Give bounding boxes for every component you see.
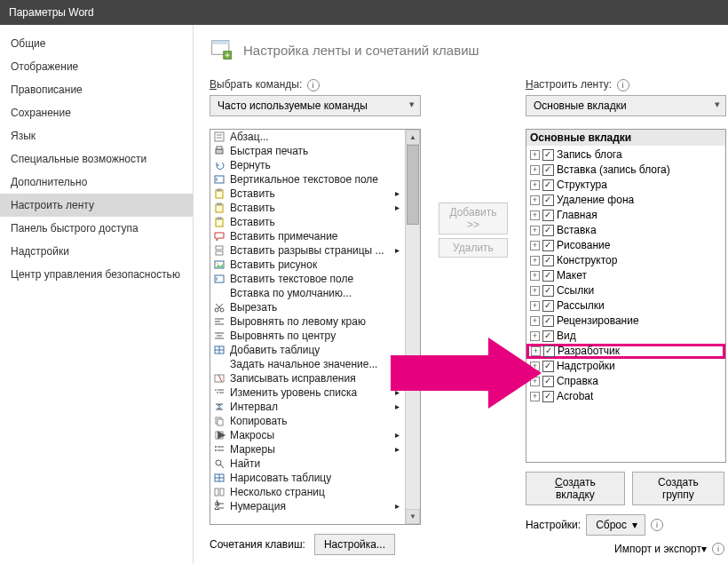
expand-icon[interactable]: + bbox=[531, 346, 541, 356]
new-tab-button[interactable]: Создать вкладку bbox=[526, 472, 625, 505]
sidebar-item-2[interactable]: Правописание bbox=[0, 78, 193, 101]
tree-item[interactable]: +✓Надстройки bbox=[526, 359, 725, 374]
command-item[interactable]: ▶Макросы▸ bbox=[210, 428, 405, 442]
command-item[interactable]: Изменить уровень списка▸ bbox=[210, 385, 405, 400]
checkbox[interactable]: ✓ bbox=[542, 391, 554, 402]
sidebar-item-0[interactable]: Общие bbox=[0, 32, 193, 55]
tree-item[interactable]: +✓Запись блога bbox=[526, 147, 725, 163]
expand-icon[interactable]: + bbox=[530, 316, 540, 326]
checkbox[interactable]: ✓ bbox=[542, 361, 554, 372]
expand-icon[interactable]: + bbox=[530, 226, 540, 235]
tree-item[interactable]: +✓Вставка (запись блога) bbox=[526, 163, 725, 178]
command-item[interactable]: Копировать bbox=[210, 414, 405, 428]
expand-icon[interactable]: + bbox=[530, 241, 540, 250]
sidebar-item-10[interactable]: Центр управления безопасностью bbox=[0, 263, 193, 286]
command-item[interactable]: Вставить разрывы страницы ...▸ bbox=[210, 243, 405, 258]
command-item[interactable]: Вставка по умолчанию... bbox=[210, 286, 405, 300]
info-icon[interactable]: i bbox=[712, 543, 724, 555]
expand-icon[interactable]: + bbox=[530, 392, 540, 401]
command-item[interactable]: Вставить текстовое поле bbox=[210, 272, 405, 286]
checkbox[interactable]: ✓ bbox=[542, 330, 554, 342]
command-item[interactable]: Вырезать bbox=[210, 300, 405, 314]
checkbox[interactable]: ✓ bbox=[542, 376, 554, 387]
sidebar-item-7[interactable]: Настроить ленту bbox=[0, 194, 193, 217]
tree-item[interactable]: +✓Рассылки bbox=[526, 298, 725, 314]
customize-shortcuts-button[interactable]: Настройка... bbox=[314, 534, 395, 555]
command-item[interactable]: Задать начальное значение...▸ bbox=[210, 357, 405, 371]
expand-icon[interactable]: + bbox=[530, 331, 540, 341]
tree-item[interactable]: +✓Вид bbox=[526, 329, 725, 344]
expand-icon[interactable]: + bbox=[530, 180, 540, 190]
tree-item[interactable]: +✓Главная bbox=[526, 208, 725, 223]
checkbox[interactable]: ✓ bbox=[542, 179, 554, 191]
scroll-thumb[interactable] bbox=[407, 145, 419, 225]
import-export-dropdown[interactable]: Импорт и экспорт▾ bbox=[614, 543, 707, 555]
scroll-up[interactable]: ▲ bbox=[406, 130, 420, 145]
sidebar-item-5[interactable]: Специальные возможности bbox=[0, 147, 193, 171]
tree-item[interactable]: +✓Удаление фона bbox=[526, 193, 725, 208]
checkbox[interactable]: ✓ bbox=[542, 225, 554, 236]
command-item[interactable]: Маркеры▸ bbox=[210, 442, 405, 457]
expand-icon[interactable]: + bbox=[530, 301, 540, 311]
info-icon[interactable]: i bbox=[651, 519, 663, 531]
checkbox[interactable]: ✓ bbox=[542, 270, 554, 282]
command-item[interactable]: Добавить таблицу bbox=[210, 343, 405, 357]
tree-item[interactable]: +✓Ссылки bbox=[526, 283, 725, 298]
new-group-button[interactable]: Создать группу bbox=[632, 472, 724, 505]
command-item[interactable]: Записывать исправления▸ bbox=[210, 371, 405, 385]
command-item[interactable]: Выровнять по центру bbox=[210, 329, 405, 343]
tree-item[interactable]: +✓Рецензирование bbox=[526, 314, 725, 329]
checkbox[interactable]: ✓ bbox=[542, 195, 554, 206]
command-item[interactable]: Интервал▸ bbox=[210, 400, 405, 414]
tree-item[interactable]: +✓Рисование bbox=[526, 238, 725, 253]
checkbox[interactable]: ✓ bbox=[543, 346, 555, 357]
expand-icon[interactable]: + bbox=[530, 271, 540, 281]
expand-icon[interactable]: + bbox=[530, 286, 540, 296]
reset-dropdown[interactable]: Сброс▾ bbox=[586, 514, 645, 536]
expand-icon[interactable]: + bbox=[530, 256, 540, 266]
sidebar-item-1[interactable]: Отображение bbox=[0, 55, 193, 78]
command-item[interactable]: Абзац... bbox=[210, 130, 405, 144]
checkbox[interactable]: ✓ bbox=[542, 255, 554, 266]
sidebar-item-6[interactable]: Дополнительно bbox=[0, 171, 193, 194]
sidebar-item-9[interactable]: Надстройки bbox=[0, 240, 193, 263]
expand-icon[interactable]: + bbox=[530, 211, 540, 220]
checkbox[interactable]: ✓ bbox=[542, 164, 554, 176]
command-item[interactable]: Несколько страниц bbox=[210, 485, 405, 499]
tree-item[interactable]: +✓Разработчик bbox=[526, 344, 725, 359]
expand-icon[interactable]: + bbox=[530, 195, 540, 205]
scroll-down[interactable]: ▼ bbox=[406, 509, 420, 524]
tree-item[interactable]: +✓Справка bbox=[526, 374, 725, 389]
tree-item[interactable]: +✓Макет bbox=[526, 268, 725, 283]
scrollbar[interactable]: ▲ ▼ bbox=[405, 130, 420, 524]
command-item[interactable]: Вставить▸ bbox=[210, 187, 405, 201]
customize-ribbon-dropdown[interactable]: Основные вкладки bbox=[526, 95, 726, 116]
add-button[interactable]: Добавить >> bbox=[439, 203, 508, 234]
checkbox[interactable]: ✓ bbox=[542, 149, 554, 161]
command-item[interactable]: Вставить рисунок bbox=[210, 258, 405, 272]
commands-listbox[interactable]: Абзац...Быстрая печатьВернутьВертикально… bbox=[210, 129, 421, 525]
checkbox[interactable]: ✓ bbox=[542, 210, 554, 221]
sidebar-item-8[interactable]: Панель быстрого доступа bbox=[0, 217, 193, 240]
expand-icon[interactable]: + bbox=[530, 165, 540, 175]
info-icon[interactable]: i bbox=[307, 79, 320, 91]
command-item[interactable]: Вернуть bbox=[210, 158, 405, 172]
command-item[interactable]: Вертикальное текстовое поле bbox=[210, 172, 405, 187]
command-item[interactable]: Нарисовать таблицу bbox=[210, 471, 405, 485]
remove-button[interactable]: Удалить bbox=[439, 238, 508, 258]
expand-icon[interactable]: + bbox=[530, 150, 540, 160]
command-item[interactable]: Вставить▸ bbox=[210, 201, 405, 215]
expand-icon[interactable]: + bbox=[530, 377, 540, 386]
command-item[interactable]: 12Нумерация▸ bbox=[210, 499, 405, 513]
command-item[interactable]: Найти bbox=[210, 457, 405, 471]
command-item[interactable]: Быстрая печать bbox=[210, 144, 405, 158]
ribbon-tree[interactable]: +✓Запись блога+✓Вставка (запись блога)+✓… bbox=[526, 146, 726, 463]
tree-item[interactable]: +✓Структура bbox=[526, 178, 725, 193]
sidebar-item-4[interactable]: Язык bbox=[0, 124, 193, 147]
expand-icon[interactable]: + bbox=[530, 361, 540, 371]
checkbox[interactable]: ✓ bbox=[542, 300, 554, 312]
command-item[interactable]: Вставить примечание bbox=[210, 229, 405, 243]
sidebar-item-3[interactable]: Сохранение bbox=[0, 101, 193, 124]
info-icon[interactable]: i bbox=[617, 79, 629, 91]
command-item[interactable]: Вставить bbox=[210, 215, 405, 229]
